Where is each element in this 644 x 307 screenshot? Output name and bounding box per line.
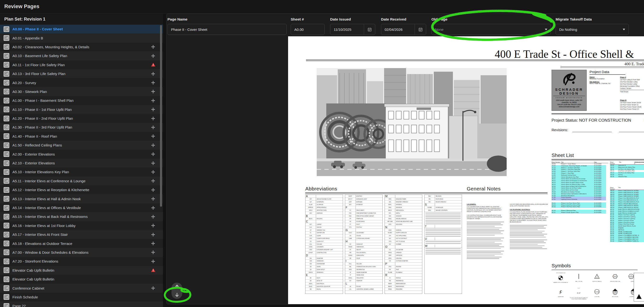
- move-page-icon[interactable]: [151, 161, 155, 165]
- sidebar-item[interactable]: Elevator Cab Upfit Bulletin: [0, 275, 163, 284]
- move-page-icon[interactable]: [151, 125, 155, 130]
- sidebar-item[interactable]: A5.15 - Interior Elevs at Back Hall & Re…: [0, 212, 163, 221]
- move-page-icon[interactable]: [151, 214, 155, 219]
- move-page-icon[interactable]: [151, 134, 155, 138]
- move-page-icon[interactable]: [151, 250, 155, 254]
- move-page-icon[interactable]: [151, 134, 155, 138]
- sidebar-item[interactable]: A1.10 - Phase II - 1st Floor Upfit Plan: [0, 105, 163, 114]
- abbreviation-meaning: MISCELLANEOUS: [395, 218, 422, 220]
- move-page-icon[interactable]: [151, 224, 155, 228]
- move-page-icon[interactable]: [151, 214, 155, 219]
- move-page-icon[interactable]: [151, 107, 155, 112]
- page-name-input[interactable]: [168, 24, 287, 35]
- move-page-icon[interactable]: [151, 188, 155, 192]
- sidebar-item[interactable]: A0.00 - Phase II - Cover Sheet: [0, 24, 163, 34]
- migrate-takeoff-select[interactable]: Do Nothing: [556, 24, 629, 35]
- sidebar-item[interactable]: Page 22: [0, 302, 163, 307]
- sidebar-item[interactable]: A1.20 - Phase II - 2nd Floor Upfit Plan: [0, 114, 163, 123]
- move-page-icon[interactable]: [151, 98, 155, 103]
- calendar-icon[interactable]: [415, 24, 426, 35]
- move-page-icon[interactable]: [151, 250, 155, 254]
- sidebar-item[interactable]: A1.00 - Phase I - Basement Shell Plan: [0, 96, 163, 105]
- move-page-icon[interactable]: [151, 161, 155, 165]
- move-page-icon[interactable]: [151, 241, 155, 246]
- scroll-up-button[interactable]: [174, 284, 180, 290]
- sidebar-item[interactable]: A0.13 - 3rd Floor Life Safety Plan: [0, 69, 163, 78]
- move-page-icon[interactable]: [151, 45, 155, 49]
- sidebar-item[interactable]: A5.10 - Interior Elevations Key Plan: [0, 168, 163, 176]
- move-page-icon[interactable]: [151, 89, 155, 94]
- move-page-icon[interactable]: [151, 54, 155, 58]
- move-page-icon[interactable]: [151, 45, 155, 49]
- sidebar-item[interactable]: Conference Cabinet: [0, 284, 163, 292]
- move-page-icon[interactable]: [151, 259, 155, 264]
- sidebar-item[interactable]: A5.14 - Interior Elevs at Offices & Vest…: [0, 203, 163, 212]
- move-page-icon[interactable]: [151, 206, 155, 210]
- sidebar-item[interactable]: A2.10 - Exterior Elevations: [0, 159, 163, 168]
- move-page-icon[interactable]: [151, 179, 155, 183]
- move-page-icon[interactable]: [151, 152, 155, 156]
- scroll-down-button[interactable]: [174, 292, 180, 298]
- old-page-select[interactable]: None: [432, 24, 551, 35]
- move-page-icon[interactable]: [151, 286, 155, 290]
- move-page-icon[interactable]: [151, 80, 155, 85]
- sidebar-item[interactable]: A1.30 - Phase II - 3rd Floor Upfit Plan: [0, 123, 163, 132]
- plan-sheet-preview[interactable]: 400 E Trade St - Office Shell & 400 E. T…: [288, 36, 644, 304]
- move-page-icon[interactable]: [151, 170, 155, 174]
- calendar-icon[interactable]: [364, 24, 375, 35]
- move-page-icon[interactable]: [151, 206, 155, 210]
- sidebar-item[interactable]: A0.10 - Basement Life Safety Plan: [0, 51, 163, 60]
- move-page-icon[interactable]: [151, 54, 155, 58]
- move-page-icon[interactable]: [151, 72, 155, 76]
- sidebar-item[interactable]: A2.00 - Exterior Elevations: [0, 150, 163, 158]
- sidebar-item[interactable]: A0.20 - Survey: [0, 78, 163, 87]
- move-page-icon[interactable]: [151, 232, 155, 237]
- sheet-number-input[interactable]: [291, 24, 325, 35]
- sidebar-item-label: A5.17 - Interior Elevs At Front Stair: [12, 232, 68, 236]
- move-page-icon[interactable]: [151, 80, 155, 85]
- move-page-icon[interactable]: [151, 196, 155, 201]
- move-page-icon[interactable]: [151, 72, 155, 76]
- sidebar-item[interactable]: A5.12 - Interior Elevs at Reception & Ki…: [0, 186, 163, 194]
- sidebar-item[interactable]: A0.30 - Sitework Plan: [0, 87, 163, 96]
- move-page-icon[interactable]: [151, 143, 155, 148]
- sidebar-item[interactable]: A5.17 - Interior Elevs At Front Stair: [0, 230, 163, 239]
- move-page-icon[interactable]: [151, 98, 155, 103]
- move-page-icon[interactable]: [151, 196, 155, 201]
- move-page-icon[interactable]: [151, 107, 155, 112]
- sidebar-scrollbar[interactable]: [160, 25, 162, 207]
- move-page-icon[interactable]: [151, 188, 155, 192]
- move-page-icon[interactable]: [151, 241, 155, 246]
- move-page-icon[interactable]: [151, 179, 155, 183]
- sidebar-item[interactable]: A5.11 - Interior Elevs at Conference & L…: [0, 176, 163, 186]
- sidebar-item[interactable]: Finish Schedule: [0, 293, 163, 302]
- abbreviation-row: ODOUTSIDE DIAMETER: [385, 260, 422, 262]
- sidebar-item[interactable]: Elevator Cab Upfit Bulletin: [0, 266, 163, 275]
- sidebar-item[interactable]: A5.13 - Interior Elevs at Hall & Admin N…: [0, 194, 163, 203]
- move-page-icon[interactable]: [151, 89, 155, 94]
- date-issued-input[interactable]: 11/10/2025: [330, 24, 375, 35]
- sidebar-item[interactable]: A7.20 - Storefront Elevations: [0, 257, 163, 266]
- move-page-icon[interactable]: [151, 286, 155, 290]
- sidebar-item[interactable]: A0.02 - Clearances, Mounting Heights, & …: [0, 42, 163, 51]
- sidebar-item[interactable]: A1.50 - Reflected Ceiling Plans: [0, 141, 163, 150]
- move-page-icon[interactable]: [151, 152, 155, 156]
- move-page-icon[interactable]: [151, 224, 155, 228]
- move-page-icon[interactable]: [151, 259, 155, 264]
- abbreviation-meaning: DIMENSION: [316, 260, 343, 262]
- move-page-icon[interactable]: [151, 116, 155, 121]
- abbreviation-row: GAGAUGE: [345, 234, 382, 237]
- sidebar-item[interactable]: A5.16 - Interior Elevs at 1st Floor Lobb…: [0, 221, 163, 230]
- sidebar-item[interactable]: A5.18 - Elevations at Outdoor Terrace: [0, 239, 163, 248]
- move-page-icon[interactable]: [151, 125, 155, 130]
- move-page-icon[interactable]: [151, 143, 155, 148]
- sheet-list-row: A5.11Interior Elevs at Conference & Loun…: [552, 178, 608, 180]
- sidebar-item[interactable]: A0.01 - Appendix B: [0, 34, 163, 42]
- sidebar-item[interactable]: A7.00 - Window & Door Schedules & Elevat…: [0, 248, 163, 257]
- move-page-icon[interactable]: [151, 170, 155, 174]
- sidebar-item[interactable]: A1.40 - Phase II - Roof Plan: [0, 132, 163, 141]
- sidebar-item[interactable]: A0.11 - 1st Floor Life Safety Plan: [0, 60, 163, 69]
- date-received-input[interactable]: 02/04/2026: [381, 24, 426, 35]
- move-page-icon[interactable]: [151, 116, 155, 121]
- move-page-icon[interactable]: [151, 232, 155, 237]
